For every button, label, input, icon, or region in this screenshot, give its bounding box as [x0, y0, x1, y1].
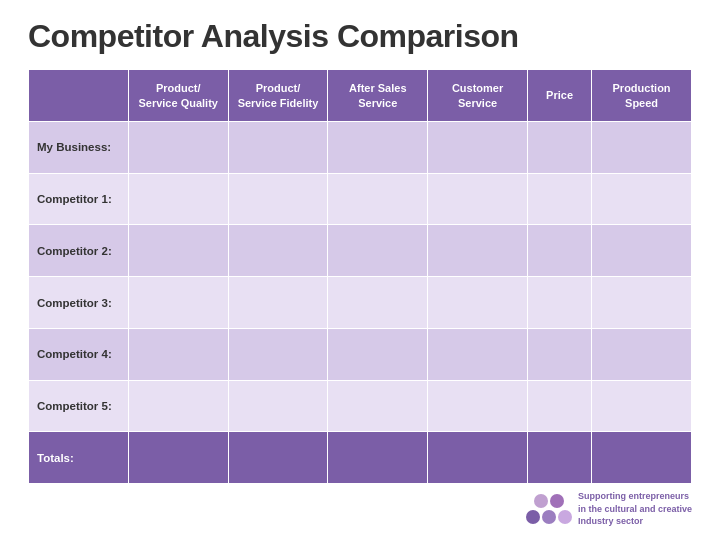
table-cell — [428, 328, 528, 380]
col-header-empty — [29, 70, 129, 122]
page-title: Competitor Analysis Comparison — [28, 18, 692, 55]
col-header-quality: Product/ Service Quality — [128, 70, 228, 122]
table-cell — [328, 277, 428, 329]
circle-1 — [534, 494, 548, 508]
table-cell — [592, 277, 692, 329]
footer-text: Supporting entrepreneurs in the cultural… — [578, 490, 692, 528]
footer: Supporting entrepreneurs in the cultural… — [28, 490, 692, 528]
table-cell — [128, 328, 228, 380]
table-cell — [328, 328, 428, 380]
table-cell — [428, 225, 528, 277]
table-cell — [228, 277, 328, 329]
circle-5 — [558, 510, 572, 524]
col-header-after-sales: After Sales Service — [328, 70, 428, 122]
table-cell — [592, 122, 692, 174]
table-cell — [527, 328, 591, 380]
table-cell — [228, 328, 328, 380]
row-label: Totals: — [29, 432, 129, 484]
footer-logo: Supporting entrepreneurs in the cultural… — [526, 490, 692, 528]
table-cell — [328, 225, 428, 277]
row-label: Competitor 3: — [29, 277, 129, 329]
table-cell — [128, 225, 228, 277]
col-header-customer: Customer Service — [428, 70, 528, 122]
table-cell — [527, 432, 591, 484]
footer-circles — [526, 494, 572, 524]
table-cell — [527, 225, 591, 277]
page: Competitor Analysis Comparison Product/ … — [0, 0, 720, 540]
table-cell — [592, 328, 692, 380]
table-cell — [428, 380, 528, 432]
col-header-fidelity: Product/ Service Fidelity — [228, 70, 328, 122]
table-cell — [128, 380, 228, 432]
table-cell — [328, 122, 428, 174]
table-cell — [128, 432, 228, 484]
row-label: Competitor 5: — [29, 380, 129, 432]
row-label: Competitor 4: — [29, 328, 129, 380]
circle-3 — [526, 510, 540, 524]
table-row: Competitor 5: — [29, 380, 692, 432]
table-cell — [128, 277, 228, 329]
table-cell — [228, 173, 328, 225]
table-row: Competitor 2: — [29, 225, 692, 277]
table-cell — [527, 380, 591, 432]
table-cell — [592, 225, 692, 277]
table-cell — [428, 277, 528, 329]
table-cell — [527, 173, 591, 225]
circle-4 — [542, 510, 556, 524]
table-cell — [328, 432, 428, 484]
table-cell — [228, 122, 328, 174]
comparison-table: Product/ Service Quality Product/ Servic… — [28, 69, 692, 484]
table-cell — [228, 225, 328, 277]
table-row: Competitor 3: — [29, 277, 692, 329]
table-cell — [128, 122, 228, 174]
table-cell — [428, 432, 528, 484]
table-row: Totals: — [29, 432, 692, 484]
table-row: Competitor 1: — [29, 173, 692, 225]
table-row: Competitor 4: — [29, 328, 692, 380]
table-cell — [527, 277, 591, 329]
row-label: My Business: — [29, 122, 129, 174]
table-cell — [428, 173, 528, 225]
col-header-production: Production Speed — [592, 70, 692, 122]
col-header-price: Price — [527, 70, 591, 122]
table-cell — [592, 432, 692, 484]
table-cell — [527, 122, 591, 174]
table-cell — [592, 173, 692, 225]
table-cell — [428, 122, 528, 174]
table-cell — [328, 173, 428, 225]
table-cell — [128, 173, 228, 225]
row-label: Competitor 1: — [29, 173, 129, 225]
table-cell — [228, 380, 328, 432]
table-cell — [328, 380, 428, 432]
table-row: My Business: — [29, 122, 692, 174]
row-label: Competitor 2: — [29, 225, 129, 277]
circle-2 — [550, 494, 564, 508]
table-cell — [228, 432, 328, 484]
table-cell — [592, 380, 692, 432]
